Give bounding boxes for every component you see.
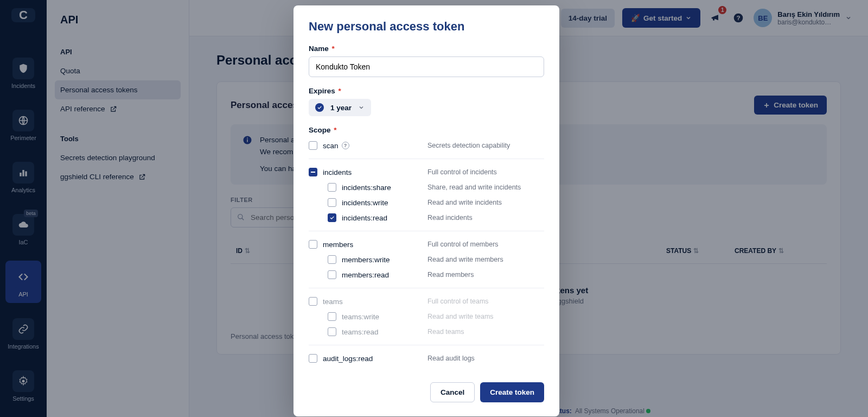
checkbox-scan[interactable] <box>309 141 317 150</box>
checkbox-incidents[interactable] <box>309 168 317 176</box>
scope-teams-read: teams:read Read teams <box>309 324 544 339</box>
scope-teams: teams Full control of teams <box>309 294 544 309</box>
checkbox-members-read[interactable] <box>328 270 336 279</box>
scope-members-read: members:read Read members <box>309 267 544 282</box>
checkbox-members[interactable] <box>309 240 317 249</box>
scope-label: Scope * <box>309 126 544 134</box>
checkbox-incidents-read[interactable] <box>328 213 336 222</box>
checkbox-teams-write <box>328 312 336 321</box>
checkbox-members-write[interactable] <box>328 255 336 264</box>
scope-members: members Full control of members <box>309 237 544 252</box>
scope-incidents-share: incidents:share Share, read and write in… <box>309 180 544 195</box>
scope-members-write: members:write Read and write members <box>309 252 544 267</box>
scope-teams-write: teams:write Read and write teams <box>309 309 544 324</box>
checkbox-audit[interactable] <box>309 354 317 363</box>
check-icon <box>315 103 324 112</box>
checkbox-incidents-write[interactable] <box>328 198 336 207</box>
help-icon[interactable]: ? <box>342 142 349 149</box>
scope-scan: scan? Secrets detection capability <box>309 138 544 153</box>
chevron-down-icon <box>358 104 365 111</box>
create-token-submit-button[interactable]: Create token <box>480 382 544 402</box>
expires-dropdown[interactable]: 1 year <box>309 99 371 116</box>
modal: New personal access token Name * Expires… <box>293 5 559 416</box>
checkbox-teams-read <box>328 327 336 336</box>
checkbox-incidents-share[interactable] <box>328 183 336 192</box>
scope-incidents-read: incidents:read Read incidents <box>309 210 544 225</box>
expires-label: Expires * <box>309 87 544 95</box>
cancel-button[interactable]: Cancel <box>430 382 475 402</box>
scope-audit: audit_logs:read Read audit logs <box>309 351 544 366</box>
token-name-input[interactable] <box>309 56 544 77</box>
modal-title: New personal access token <box>309 20 544 34</box>
scope-incidents-write: incidents:write Read and write incidents <box>309 195 544 210</box>
scope-incidents: incidents Full control of incidents <box>309 165 544 180</box>
name-label: Name * <box>309 45 544 53</box>
checkbox-teams <box>309 297 317 306</box>
